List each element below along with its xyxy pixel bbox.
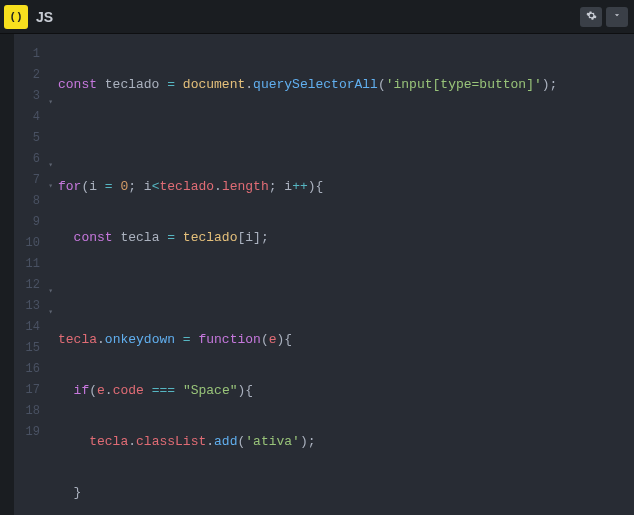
line-number: 19	[14, 422, 54, 443]
left-strip	[0, 34, 14, 515]
line-number: 4	[14, 107, 54, 128]
line-number: 18	[14, 401, 54, 422]
language-label: JS	[36, 9, 53, 25]
line-number: 3▾	[14, 86, 54, 107]
gear-icon	[586, 10, 597, 24]
code-line	[54, 125, 634, 146]
line-number: 9	[14, 212, 54, 233]
code-line: tecla.onkeydown = function(e){	[54, 329, 634, 350]
line-number: 5	[14, 128, 54, 149]
code-line: if(e.code === "Space"){	[54, 380, 634, 401]
line-number: 11	[14, 254, 54, 275]
line-number: 13▾	[14, 296, 54, 317]
line-number: 6▾	[14, 149, 54, 170]
code-line	[54, 278, 634, 299]
code-line: }	[54, 482, 634, 503]
line-number: 16	[14, 359, 54, 380]
code-line: tecla.classList.add('ativa');	[54, 431, 634, 452]
expand-button[interactable]	[606, 7, 628, 27]
code-content[interactable]: const teclado = document.querySelectorAl…	[54, 34, 634, 515]
line-number: 12▾	[14, 275, 54, 296]
line-number: 1	[14, 44, 54, 65]
settings-button[interactable]	[580, 7, 602, 27]
code-editor[interactable]: 1 2 3▾ 4 5 6▾ 7▾ 8 9 10 11 12▾ 13▾ 14 15…	[14, 34, 634, 515]
editor-area: 1 2 3▾ 4 5 6▾ 7▾ 8 9 10 11 12▾ 13▾ 14 15…	[0, 34, 634, 515]
line-number: 15	[14, 338, 54, 359]
line-number: 7▾	[14, 170, 54, 191]
code-line: const tecla = teclado[i];	[54, 227, 634, 248]
code-line: const teclado = document.querySelectorAl…	[54, 74, 634, 95]
line-number: 8	[14, 191, 54, 212]
header-actions	[580, 7, 628, 27]
gutter: 1 2 3▾ 4 5 6▾ 7▾ 8 9 10 11 12▾ 13▾ 14 15…	[14, 34, 54, 515]
js-badge-icon: ()	[4, 5, 28, 29]
line-number: 2	[14, 65, 54, 86]
line-number: 14	[14, 317, 54, 338]
line-number: 10	[14, 233, 54, 254]
line-number: 17	[14, 380, 54, 401]
code-line: for(i = 0; i<teclado.length; i++){	[54, 176, 634, 197]
chevron-down-icon	[612, 10, 622, 23]
panel-header: () JS	[0, 0, 634, 34]
header-left: () JS	[0, 5, 53, 29]
